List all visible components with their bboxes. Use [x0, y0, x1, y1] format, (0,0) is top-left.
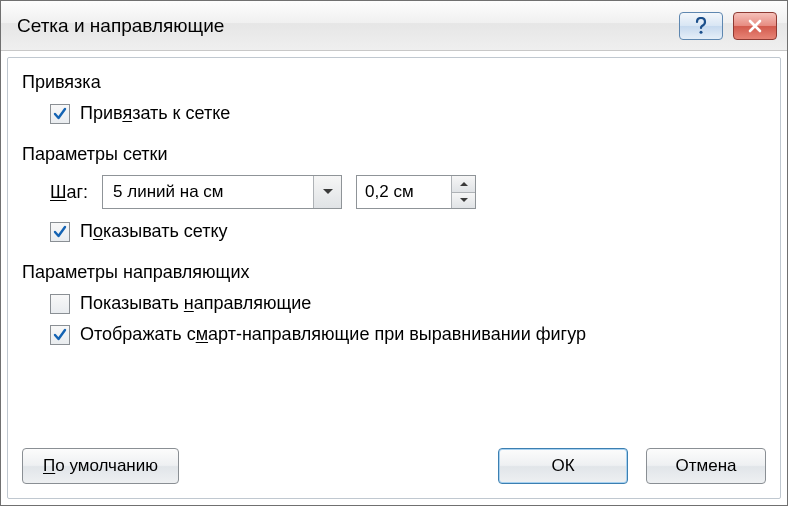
grid-spacing-buttons — [451, 176, 475, 208]
grid-spacing-down[interactable] — [452, 193, 475, 209]
group-guides-label: Параметры направляющих — [22, 262, 766, 283]
dialog-footer: По умолчанию ОК Отмена — [22, 438, 766, 484]
show-grid-label[interactable]: Показывать сетку — [80, 221, 228, 242]
group-grid: Параметры сетки Шаг: 5 линий на см 0,2 с… — [22, 138, 766, 252]
help-icon — [693, 17, 709, 35]
group-grid-label: Параметры сетки — [22, 144, 766, 165]
chevron-down-icon — [459, 197, 469, 203]
show-guides-label[interactable]: Показывать направляющие — [80, 293, 311, 314]
show-grid-checkbox[interactable] — [50, 222, 70, 242]
show-grid-row: Показывать сетку — [50, 221, 766, 242]
chevron-down-icon — [322, 188, 334, 196]
chevron-up-icon — [459, 181, 469, 187]
titlebar: Сетка и направляющие — [1, 1, 787, 51]
smart-guides-row: Отображать смарт-направляющие при выравн… — [50, 324, 766, 345]
show-guides-row: Показывать направляющие — [50, 293, 766, 314]
grid-spacing-spinner[interactable]: 0,2 см — [356, 175, 476, 209]
dialog-window: Сетка и направляющие Привязка — [0, 0, 788, 506]
grid-step-row: Шаг: 5 линий на см 0,2 см — [50, 175, 766, 209]
close-button[interactable] — [733, 12, 777, 40]
grid-step-combo[interactable]: 5 линий на см — [102, 175, 342, 209]
check-icon — [52, 327, 68, 343]
help-button[interactable] — [679, 12, 723, 40]
smart-guides-label[interactable]: Отображать смарт-направляющие при выравн… — [80, 324, 586, 345]
check-icon — [52, 106, 68, 122]
snap-to-grid-row: Привязать к сетке — [50, 103, 766, 124]
show-guides-checkbox[interactable] — [50, 294, 70, 314]
grid-step-dropdown-button[interactable] — [313, 176, 341, 208]
close-icon — [747, 19, 763, 33]
snap-to-grid-checkbox[interactable] — [50, 104, 70, 124]
grid-step-label: Шаг: — [50, 182, 88, 203]
titlebar-controls — [679, 12, 777, 40]
ok-button[interactable]: ОК — [498, 448, 628, 484]
snap-to-grid-label[interactable]: Привязать к сетке — [80, 103, 230, 124]
grid-spacing-value[interactable]: 0,2 см — [357, 176, 451, 208]
smart-guides-checkbox[interactable] — [50, 325, 70, 345]
default-button[interactable]: По умолчанию — [22, 448, 179, 484]
dialog-panel: Привязка Привязать к сетке Параметры сет… — [7, 57, 781, 499]
grid-spacing-up[interactable] — [452, 176, 475, 193]
footer-right: ОК Отмена — [498, 448, 766, 484]
grid-step-value: 5 линий на см — [103, 182, 313, 202]
group-guides: Параметры направляющих Показывать направ… — [22, 256, 766, 355]
dialog-title: Сетка и направляющие — [17, 15, 679, 37]
check-icon — [52, 224, 68, 240]
cancel-button[interactable]: Отмена — [646, 448, 766, 484]
group-snap: Привязка Привязать к сетке — [22, 66, 766, 134]
group-snap-label: Привязка — [22, 72, 766, 93]
svg-point-0 — [700, 30, 703, 33]
